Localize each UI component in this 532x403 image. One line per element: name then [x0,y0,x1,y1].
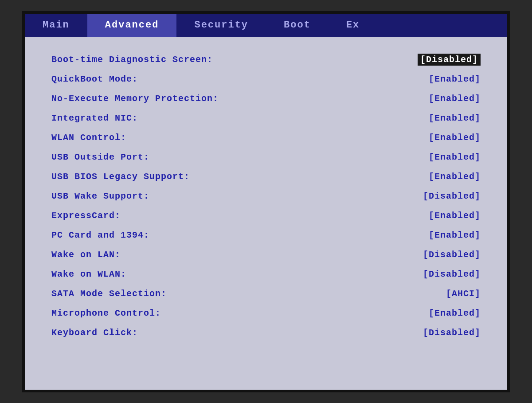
bios-value[interactable]: [Enabled] [429,211,481,221]
bios-label: ExpressCard: [51,211,121,221]
bios-value[interactable]: [Disabled] [423,328,481,338]
bios-label: Keyboard Click: [51,328,138,338]
bios-label: No-Execute Memory Protection: [51,94,219,104]
bios-value[interactable]: [Disabled] [423,250,481,260]
bios-value[interactable]: [Enabled] [429,74,481,84]
bios-value[interactable]: [Disabled] [423,191,481,201]
bios-value[interactable]: [Enabled] [429,94,481,104]
menu-item-main[interactable]: Main [25,14,87,37]
menu-item-ex[interactable]: Ex [329,14,377,37]
bios-row[interactable]: Wake on LAN:[Disabled] [51,245,481,265]
bios-value[interactable]: [Disabled] [423,269,481,279]
bios-row[interactable]: USB BIOS Legacy Support:[Enabled] [51,167,481,187]
bios-row[interactable]: Keyboard Click:[Disabled] [51,323,481,343]
content-area: Boot-time Diagnostic Screen:[Disabled]Qu… [25,37,507,390]
bios-label: PC Card and 1394: [51,230,149,240]
bios-row[interactable]: USB Wake Support:[Disabled] [51,187,481,206]
bios-label: USB Outside Port: [51,152,149,162]
bios-row[interactable]: ExpressCard:[Enabled] [51,206,481,226]
menu-item-advanced[interactable]: Advanced [87,14,177,37]
bios-label: USB Wake Support: [51,191,149,201]
bios-label: QuickBoot Mode: [51,74,138,84]
bios-row[interactable]: QuickBoot Mode:[Enabled] [51,70,481,89]
bios-label: Microphone Control: [51,308,161,318]
bios-row[interactable]: Wake on WLAN:[Disabled] [51,265,481,284]
bios-value[interactable]: [AHCI] [446,289,481,299]
menu-item-boot[interactable]: Boot [266,14,329,37]
bios-value[interactable]: [Enabled] [429,133,481,143]
bios-label: Integrated NIC: [51,113,138,123]
menu-bar: MainAdvancedSecurityBootEx [25,14,507,37]
bios-row[interactable]: PC Card and 1394:[Enabled] [51,226,481,245]
bios-row[interactable]: USB Outside Port:[Enabled] [51,148,481,167]
bios-row[interactable]: SATA Mode Selection:[AHCI] [51,284,481,304]
bios-value[interactable]: [Enabled] [429,230,481,240]
bios-row[interactable]: Microphone Control:[Enabled] [51,304,481,323]
bios-row[interactable]: No-Execute Memory Protection:[Enabled] [51,89,481,109]
menu-item-security[interactable]: Security [176,14,266,37]
bios-value[interactable]: [Enabled] [429,152,481,162]
bios-label: WLAN Control: [51,133,126,143]
bios-value[interactable]: [Enabled] [429,172,481,182]
bios-label: Wake on LAN: [51,250,121,260]
bios-label: Wake on WLAN: [51,269,126,279]
bios-label: SATA Mode Selection: [51,289,167,299]
bios-label: USB BIOS Legacy Support: [51,172,190,182]
bios-value[interactable]: [Enabled] [429,113,481,123]
bios-screen: MainAdvancedSecurityBootEx Boot-time Dia… [22,11,510,392]
bios-row[interactable]: WLAN Control:[Enabled] [51,128,481,148]
bios-value[interactable]: [Disabled] [418,54,481,66]
bios-row[interactable]: Integrated NIC:[Enabled] [51,109,481,128]
bios-value[interactable]: [Enabled] [429,308,481,318]
bios-label: Boot-time Diagnostic Screen: [51,55,213,65]
bios-row[interactable]: Boot-time Diagnostic Screen:[Disabled] [51,50,481,70]
